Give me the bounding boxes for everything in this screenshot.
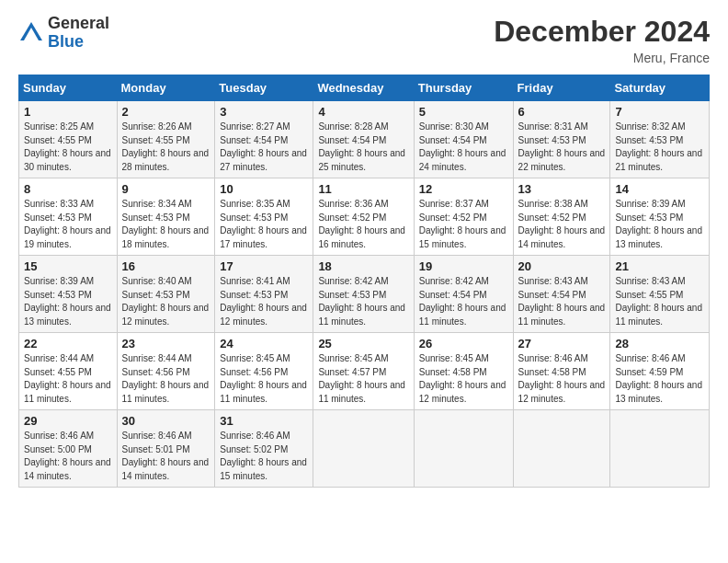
day-info: Sunrise: 8:27 AMSunset: 4:54 PMDaylight:…	[220, 121, 307, 172]
calendar-cell: 27 Sunrise: 8:46 AMSunset: 4:58 PMDaylig…	[513, 333, 610, 410]
day-info: Sunrise: 8:34 AMSunset: 4:53 PMDaylight:…	[122, 199, 210, 249]
day-info: Sunrise: 8:36 AMSunset: 4:52 PMDaylight:…	[318, 199, 405, 249]
calendar-cell: 31 Sunrise: 8:46 AMSunset: 5:02 PMDaylig…	[215, 410, 313, 488]
day-info: Sunrise: 8:41 AMSunset: 4:53 PMDaylight:…	[220, 276, 307, 327]
calendar-week-row: 22 Sunrise: 8:44 AMSunset: 4:55 PMDaylig…	[19, 333, 710, 410]
day-number: 6	[518, 105, 606, 119]
calendar-cell: 16 Sunrise: 8:40 AMSunset: 4:53 PMDaylig…	[117, 256, 215, 333]
calendar-cell: 13 Sunrise: 8:38 AMSunset: 4:52 PMDaylig…	[513, 178, 610, 256]
calendar-week-row: 8 Sunrise: 8:33 AMSunset: 4:53 PMDayligh…	[19, 178, 710, 256]
day-number: 16	[122, 259, 210, 273]
day-number: 25	[318, 337, 408, 350]
calendar-cell: 10 Sunrise: 8:35 AMSunset: 4:53 PMDaylig…	[215, 178, 313, 256]
day-info: Sunrise: 8:26 AMSunset: 4:55 PMDaylight:…	[122, 121, 210, 172]
col-monday: Monday	[117, 75, 215, 101]
day-number: 29	[24, 414, 112, 428]
col-friday: Friday	[513, 75, 610, 101]
day-info: Sunrise: 8:35 AMSunset: 4:53 PMDaylight:…	[220, 199, 307, 249]
calendar-cell: 17 Sunrise: 8:41 AMSunset: 4:53 PMDaylig…	[215, 256, 313, 333]
day-number: 30	[122, 414, 210, 428]
location: Meru, France	[494, 51, 710, 65]
day-number: 19	[419, 259, 508, 273]
day-number: 1	[24, 105, 112, 119]
calendar-cell: 14 Sunrise: 8:39 AMSunset: 4:53 PMDaylig…	[610, 178, 710, 256]
day-info: Sunrise: 8:31 AMSunset: 4:53 PMDaylight:…	[518, 121, 606, 172]
day-number: 14	[615, 182, 704, 196]
day-number: 28	[615, 337, 704, 350]
calendar-cell	[610, 410, 710, 488]
day-info: Sunrise: 8:42 AMSunset: 4:54 PMDaylight:…	[419, 276, 506, 327]
day-info: Sunrise: 8:32 AMSunset: 4:53 PMDaylight:…	[615, 121, 702, 172]
day-number: 24	[220, 337, 308, 350]
logo-icon	[18, 20, 44, 46]
header: General Blue December 2024 Meru, France	[18, 15, 710, 65]
day-number: 23	[122, 337, 210, 350]
calendar-cell: 15 Sunrise: 8:39 AMSunset: 4:53 PMDaylig…	[19, 256, 118, 333]
day-number: 2	[122, 105, 210, 119]
day-info: Sunrise: 8:38 AMSunset: 4:52 PMDaylight:…	[518, 199, 606, 249]
day-info: Sunrise: 8:46 AMSunset: 4:58 PMDaylight:…	[518, 353, 606, 404]
day-info: Sunrise: 8:37 AMSunset: 4:52 PMDaylight:…	[419, 199, 506, 249]
title-area: December 2024 Meru, France	[494, 15, 710, 65]
day-info: Sunrise: 8:40 AMSunset: 4:53 PMDaylight:…	[122, 276, 210, 327]
calendar-week-row: 15 Sunrise: 8:39 AMSunset: 4:53 PMDaylig…	[19, 256, 710, 333]
day-number: 9	[122, 182, 210, 196]
day-info: Sunrise: 8:43 AMSunset: 4:54 PMDaylight:…	[518, 276, 606, 327]
calendar-cell: 3 Sunrise: 8:27 AMSunset: 4:54 PMDayligh…	[215, 101, 313, 178]
calendar-header-row: Sunday Monday Tuesday Wednesday Thursday…	[19, 75, 710, 101]
day-info: Sunrise: 8:46 AMSunset: 5:00 PMDaylight:…	[24, 431, 111, 481]
day-number: 8	[24, 182, 112, 196]
day-info: Sunrise: 8:30 AMSunset: 4:54 PMDaylight:…	[419, 121, 506, 172]
day-number: 26	[419, 337, 508, 350]
calendar-cell: 9 Sunrise: 8:34 AMSunset: 4:53 PMDayligh…	[117, 178, 215, 256]
calendar-cell: 6 Sunrise: 8:31 AMSunset: 4:53 PMDayligh…	[513, 101, 610, 178]
day-info: Sunrise: 8:28 AMSunset: 4:54 PMDaylight:…	[318, 121, 405, 172]
calendar: Sunday Monday Tuesday Wednesday Thursday…	[18, 75, 710, 488]
calendar-cell: 24 Sunrise: 8:45 AMSunset: 4:56 PMDaylig…	[215, 333, 313, 410]
day-info: Sunrise: 8:33 AMSunset: 4:53 PMDaylight:…	[24, 199, 111, 249]
day-number: 10	[220, 182, 308, 196]
col-wednesday: Wednesday	[313, 75, 414, 101]
page: General Blue December 2024 Meru, France …	[0, 0, 728, 563]
calendar-cell	[513, 410, 610, 488]
day-info: Sunrise: 8:44 AMSunset: 4:56 PMDaylight:…	[122, 353, 210, 404]
day-info: Sunrise: 8:45 AMSunset: 4:58 PMDaylight:…	[419, 353, 506, 404]
day-number: 31	[220, 414, 308, 428]
logo-blue: Blue	[48, 33, 109, 52]
calendar-cell: 18 Sunrise: 8:42 AMSunset: 4:53 PMDaylig…	[313, 256, 414, 333]
col-tuesday: Tuesday	[215, 75, 313, 101]
calendar-cell: 19 Sunrise: 8:42 AMSunset: 4:54 PMDaylig…	[414, 256, 513, 333]
day-number: 12	[419, 182, 508, 196]
day-number: 17	[220, 259, 308, 273]
day-info: Sunrise: 8:45 AMSunset: 4:57 PMDaylight:…	[318, 353, 405, 404]
day-info: Sunrise: 8:43 AMSunset: 4:55 PMDaylight:…	[615, 276, 702, 327]
calendar-cell: 22 Sunrise: 8:44 AMSunset: 4:55 PMDaylig…	[19, 333, 118, 410]
logo: General Blue	[18, 15, 109, 52]
calendar-cell: 23 Sunrise: 8:44 AMSunset: 4:56 PMDaylig…	[117, 333, 215, 410]
day-info: Sunrise: 8:39 AMSunset: 4:53 PMDaylight:…	[615, 199, 702, 249]
calendar-week-row: 29 Sunrise: 8:46 AMSunset: 5:00 PMDaylig…	[19, 410, 710, 488]
calendar-cell: 29 Sunrise: 8:46 AMSunset: 5:00 PMDaylig…	[19, 410, 118, 488]
calendar-cell: 11 Sunrise: 8:36 AMSunset: 4:52 PMDaylig…	[313, 178, 414, 256]
logo-text: General Blue	[48, 15, 109, 52]
calendar-cell: 25 Sunrise: 8:45 AMSunset: 4:57 PMDaylig…	[313, 333, 414, 410]
day-number: 15	[24, 259, 112, 273]
col-sunday: Sunday	[19, 75, 118, 101]
calendar-cell: 4 Sunrise: 8:28 AMSunset: 4:54 PMDayligh…	[313, 101, 414, 178]
day-number: 3	[220, 105, 308, 119]
col-thursday: Thursday	[414, 75, 513, 101]
calendar-cell: 8 Sunrise: 8:33 AMSunset: 4:53 PMDayligh…	[19, 178, 118, 256]
calendar-cell: 21 Sunrise: 8:43 AMSunset: 4:55 PMDaylig…	[610, 256, 710, 333]
day-number: 21	[615, 259, 704, 273]
calendar-week-row: 1 Sunrise: 8:25 AMSunset: 4:55 PMDayligh…	[19, 101, 710, 178]
day-number: 27	[518, 337, 606, 350]
day-info: Sunrise: 8:46 AMSunset: 4:59 PMDaylight:…	[615, 353, 702, 404]
day-info: Sunrise: 8:46 AMSunset: 5:02 PMDaylight:…	[220, 431, 307, 481]
day-number: 20	[518, 259, 606, 273]
calendar-cell: 26 Sunrise: 8:45 AMSunset: 4:58 PMDaylig…	[414, 333, 513, 410]
calendar-cell	[313, 410, 414, 488]
calendar-cell: 20 Sunrise: 8:43 AMSunset: 4:54 PMDaylig…	[513, 256, 610, 333]
logo-general: General	[48, 15, 109, 33]
calendar-cell: 5 Sunrise: 8:30 AMSunset: 4:54 PMDayligh…	[414, 101, 513, 178]
calendar-cell: 1 Sunrise: 8:25 AMSunset: 4:55 PMDayligh…	[19, 101, 118, 178]
